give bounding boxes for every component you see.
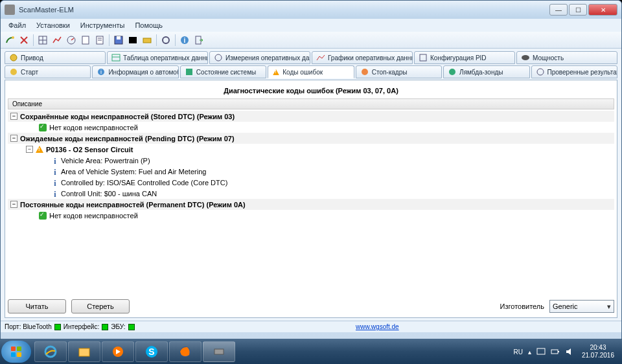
toolbar-connect-icon[interactable] (3, 34, 16, 47)
svg-rect-15 (143, 38, 151, 43)
main-area: Привод Таблица оперативных данных Измере… (1, 49, 621, 321)
taskbar-scanmaster[interactable] (203, 341, 235, 362)
toolbar-separator (33, 34, 34, 46)
battery-icon[interactable] (551, 347, 560, 356)
svg-text:S: S (148, 347, 154, 357)
close-button[interactable]: ✕ (588, 4, 617, 16)
freeze-icon (360, 67, 369, 76)
tab-label: Старт (21, 69, 38, 76)
tree-row-no-codes[interactable]: Нет кодов неисправностей (8, 122, 614, 133)
manufacturer-dropdown[interactable]: Generic (549, 300, 614, 313)
taskbar-skype[interactable]: S (135, 341, 168, 362)
svg-rect-21 (112, 54, 120, 61)
tree-row-detail[interactable]: i Vehicle Area: Powertrain (P) (8, 155, 614, 166)
action-center-icon[interactable] (536, 347, 546, 356)
menu-help[interactable]: Помощь (130, 20, 168, 30)
svg-text:i: i (100, 69, 102, 75)
tree-section-stored[interactable]: − Сохранённые коды неисправностей (Store… (8, 111, 614, 122)
tray-expand-icon[interactable]: ▴ (528, 348, 531, 356)
collapse-icon[interactable]: − (10, 201, 17, 208)
tab-freeze-frames[interactable]: Стоп-кадры (356, 65, 442, 78)
toolbar-chart-icon[interactable] (51, 34, 63, 47)
tab-drive[interactable]: Привод (5, 51, 106, 64)
ok-icon (39, 124, 47, 131)
tray-language[interactable]: RU (513, 348, 522, 356)
tab-system-status[interactable]: Состояние системы (180, 65, 266, 78)
windows-icon (9, 345, 23, 359)
tab-label: Таблица оперативных данных (123, 54, 208, 62)
tab-lambda[interactable]: Лямбда-зонды (443, 65, 529, 78)
toolbar-disconnect-icon[interactable] (17, 34, 30, 47)
taskbar-ie[interactable] (34, 341, 67, 362)
clock-date: 21.07.2016 (582, 352, 614, 359)
taskbar-explorer[interactable] (68, 341, 100, 362)
maximize-button[interactable]: ☐ (569, 4, 587, 16)
taskbar-firefox[interactable] (169, 341, 202, 362)
tree-row-detail[interactable]: i Controll Unit: $00 - шина CAN (8, 188, 614, 199)
tab-data-table[interactable]: Таблица оперативных данных (107, 51, 208, 64)
tab-power[interactable]: Мощность (516, 51, 617, 64)
menu-tools[interactable]: Инструменты (75, 20, 130, 30)
tab-vehicle-info[interactable]: iИнформация о автомобиле (92, 65, 178, 78)
tab-error-codes[interactable]: Коды ошибок (268, 65, 354, 78)
tray-clock[interactable]: 20:43 21.07.2016 (579, 344, 617, 359)
warning-icon (36, 146, 43, 153)
toolbar-device-icon[interactable] (141, 34, 154, 47)
toolbar-report-icon[interactable] (93, 34, 106, 47)
dtc-tree: − Сохранённые коды неисправностей (Store… (8, 109, 614, 295)
power-icon (521, 53, 530, 62)
erase-button[interactable]: Стереть (71, 299, 130, 313)
content-panel: Диагностические коды ошибок (Режим 03, 0… (5, 80, 617, 318)
tree-section-pending[interactable]: − Ожидаемые коды неисправностей (Pending… (8, 133, 614, 144)
svg-marker-49 (566, 348, 571, 355)
chart-icon (316, 53, 325, 62)
tree-section-permanent[interactable]: − Постоянные коды неисправностей (Perman… (8, 199, 614, 210)
tab-start[interactable]: Старт (5, 65, 91, 78)
collapse-icon[interactable]: − (10, 113, 17, 120)
tab-pid-config[interactable]: Конфигурация PID (414, 51, 515, 64)
volume-icon[interactable] (565, 347, 574, 356)
detail-label: Vehicle Area: Powertrain (P) (61, 157, 150, 165)
toolbar-grid-icon[interactable] (36, 34, 49, 47)
toolbar-gauge-icon[interactable] (65, 34, 78, 47)
toolbar-settings-icon[interactable] (159, 34, 172, 47)
svg-point-0 (12, 36, 14, 39)
warning-icon (273, 69, 279, 75)
collapse-icon[interactable]: − (26, 146, 33, 153)
check-icon (536, 67, 545, 76)
dtc-code-label: P0136 - O2 Sensor Circuit (46, 146, 133, 154)
start-button[interactable] (1, 341, 31, 363)
menu-setup[interactable]: Установки (31, 20, 75, 30)
read-button[interactable]: Читать (8, 299, 66, 313)
svg-rect-35 (17, 347, 21, 351)
collapse-icon[interactable]: − (10, 135, 17, 142)
toolbar-info-icon[interactable]: i (178, 34, 191, 47)
svg-point-25 (522, 55, 529, 60)
menu-file[interactable]: Файл (3, 20, 31, 30)
svg-rect-46 (537, 348, 545, 354)
minimize-button[interactable]: — (549, 4, 568, 16)
toolbar-save-icon[interactable] (112, 34, 125, 47)
toolbar-terminal-icon[interactable] (126, 34, 139, 47)
taskbar-media[interactable] (102, 341, 134, 362)
tree-row-detail[interactable]: i Area of Vehicle System: Fuel and Air M… (8, 166, 614, 177)
tree-row-detail[interactable]: i Controlled by: ISO/SAE Controlled Code… (8, 177, 614, 188)
toolbar-exit-icon[interactable] (192, 34, 205, 47)
tab-test-results[interactable]: Проверенные результаты теста (531, 65, 617, 78)
ecu-led-icon (128, 324, 135, 330)
toolbar-doc-icon[interactable] (79, 34, 92, 47)
svg-rect-36 (11, 352, 16, 357)
tab-label: Лямбда-зонды (459, 69, 503, 76)
tab-label: Привод (21, 54, 43, 62)
tab-label: Проверенные результаты теста (547, 69, 617, 76)
tab-measurements[interactable]: Измерения оперативных данных (209, 51, 310, 64)
tree-row-dtc-code[interactable]: − P0136 - O2 Sensor Circuit (8, 144, 614, 155)
vendor-link[interactable]: www.wgsoft.de (356, 323, 399, 330)
tab-label: Графики оперативных данных (328, 54, 413, 62)
svg-point-20 (10, 54, 17, 61)
tab-graphs[interactable]: Графики оперативных данных (312, 51, 413, 64)
gauge-icon (214, 53, 223, 62)
tree-row-no-codes[interactable]: Нет кодов неисправностей (8, 210, 614, 221)
info-icon: i (52, 179, 58, 187)
window-controls: — ☐ ✕ (549, 4, 617, 16)
